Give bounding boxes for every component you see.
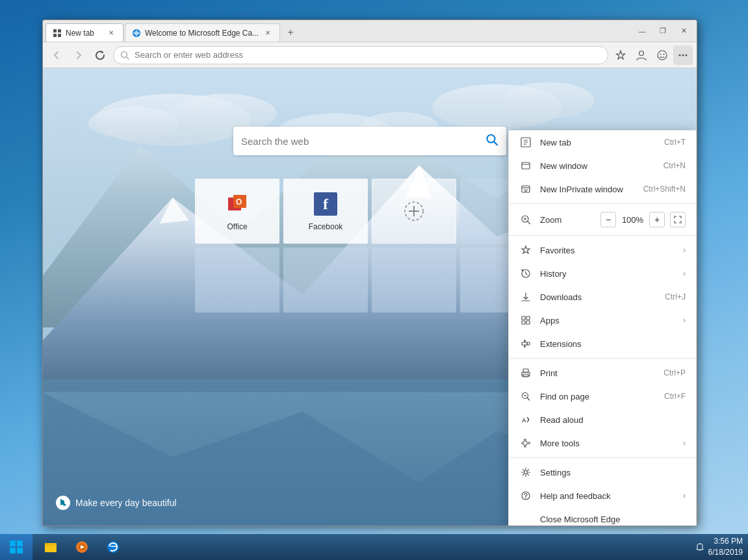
menu-shortcut-downloads: Ctrl+J (665, 292, 686, 301)
menu-item-find[interactable]: Find on page Ctrl+F (509, 385, 696, 408)
close-button[interactable]: ✕ (673, 22, 694, 40)
svg-point-10 (639, 51, 644, 55)
menu-item-inprivate[interactable]: New InPrivate window Ctrl+Shift+N (509, 177, 696, 201)
nav-bar (43, 42, 697, 68)
taskbar-item-explorer[interactable] (36, 535, 65, 559)
browser-window: New tab ✕ Welcome to Microsoft Edge Ca..… (42, 19, 697, 526)
svg-line-9 (127, 57, 129, 59)
back-button[interactable] (47, 45, 66, 65)
menu-shortcut-new-window: Ctrl+N (664, 161, 686, 170)
help-arrow: › (683, 491, 686, 500)
svg-point-14 (679, 54, 681, 56)
tile-empty-5[interactable] (195, 248, 279, 312)
menu-shortcut-new-tab: Ctrl+T (664, 138, 686, 147)
svg-line-64 (528, 398, 530, 401)
tile-empty-7[interactable] (372, 248, 456, 312)
menu-item-read-aloud[interactable]: A Read aloud (509, 408, 696, 431)
menu-label-help: Help and feedback (540, 491, 683, 501)
taskbar-system-icons (695, 542, 704, 552)
bing-logo-icon (56, 496, 70, 510)
svg-rect-0 (53, 29, 57, 32)
zoom-increase-button[interactable]: + (649, 212, 665, 227)
address-input[interactable] (135, 50, 601, 60)
windows-logo-icon (9, 540, 23, 554)
menu-item-new-tab[interactable]: New tab Ctrl+T (509, 131, 696, 154)
refresh-button[interactable] (91, 45, 110, 65)
desktop: New tab ✕ Welcome to Microsoft Edge Ca..… (0, 0, 748, 560)
forward-button[interactable] (69, 45, 88, 65)
svg-rect-56 (526, 316, 530, 320)
start-button[interactable] (0, 534, 32, 560)
tab-close-welcome[interactable]: ✕ (263, 28, 273, 38)
menu-item-apps[interactable]: Apps › (509, 309, 696, 332)
zoom-control: Zoom − 100% + (509, 207, 696, 233)
page-search-bar[interactable] (233, 127, 506, 155)
menu-item-settings[interactable]: Settings (509, 461, 696, 484)
svg-line-49 (528, 222, 530, 224)
svg-text:A: A (522, 417, 526, 424)
taskbar-item-edge[interactable] (99, 535, 127, 559)
more-button[interactable] (673, 45, 693, 65)
svg-rect-73 (17, 548, 23, 554)
menu-label-favorites: Favorites (540, 246, 683, 255)
apps-arrow: › (683, 316, 686, 325)
tab-new-tab[interactable]: New tab ✕ (45, 23, 123, 42)
taskbar-date-display: 6/18/2019 (708, 547, 743, 558)
tab-label-new: New tab (66, 29, 94, 38)
favorites-icon-button[interactable] (611, 45, 630, 65)
menu-label-settings: Settings (540, 468, 686, 477)
menu-label-apps: Apps (540, 316, 683, 325)
more-icon (677, 49, 689, 61)
minimize-button[interactable]: — (632, 22, 652, 40)
taskbar-time-display: 3:56 PM (708, 536, 743, 547)
edge-taskbar-icon (106, 540, 120, 554)
svg-point-69 (525, 498, 526, 499)
nav-right-buttons (611, 45, 693, 65)
menu-label-inprivate: New InPrivate window (540, 185, 630, 194)
menu-item-print[interactable]: Print Ctrl+P (509, 361, 696, 385)
menu-item-favorites[interactable]: Favorites › (509, 238, 696, 262)
star-icon (615, 49, 626, 61)
menu-label-extensions: Extensions (540, 339, 686, 349)
svg-rect-55 (522, 316, 525, 320)
page-search-input[interactable] (241, 136, 480, 147)
tile-facebook[interactable]: f Facebook (283, 179, 368, 244)
account-button[interactable] (632, 45, 651, 65)
add-icon (401, 198, 427, 224)
zoom-fullscreen-button[interactable] (670, 212, 686, 227)
svg-rect-3 (58, 34, 61, 37)
new-window-icon (519, 159, 532, 172)
feedback-button[interactable] (652, 45, 672, 65)
menu-item-close-edge[interactable]: Close Microsoft Edge (509, 507, 696, 526)
svg-rect-1 (58, 29, 61, 32)
menu-item-help[interactable]: Help and feedback › (509, 484, 696, 507)
facebook-icon: f (313, 191, 339, 217)
page-search-icon[interactable] (485, 133, 498, 149)
file-explorer-icon (44, 540, 58, 554)
tab-welcome[interactable]: Welcome to Microsoft Edge Ca... ✕ (125, 23, 280, 42)
zoom-label-text: Zoom (540, 215, 600, 225)
new-tab-button[interactable]: + (281, 23, 300, 42)
menu-item-history[interactable]: History › (509, 262, 696, 285)
taskbar-item-media[interactable] (68, 535, 96, 559)
menu-item-extensions[interactable]: Extensions (509, 332, 696, 355)
maximize-button[interactable]: ❐ (652, 22, 673, 40)
extensions-icon (519, 337, 532, 350)
menu-shortcut-print: Ctrl+P (664, 368, 686, 377)
menu-item-new-window[interactable]: New window Ctrl+N (509, 154, 696, 177)
menu-label-history: History (540, 269, 683, 279)
menu-shortcut-inprivate: Ctrl+Shift+N (643, 185, 686, 194)
zoom-decrease-button[interactable]: − (600, 212, 616, 227)
tile-empty-6[interactable] (283, 248, 368, 312)
svg-text:O: O (236, 197, 242, 207)
menu-item-downloads[interactable]: Downloads Ctrl+J (509, 285, 696, 309)
tab-close-new[interactable]: ✕ (106, 28, 116, 38)
tile-office[interactable]: O Office (195, 179, 279, 244)
search-icon (120, 51, 129, 60)
address-bar[interactable] (113, 46, 608, 64)
tile-add[interactable] (372, 179, 456, 244)
page-content: O Office f Facebook (43, 68, 697, 526)
menu-item-more-tools[interactable]: More tools › (509, 431, 696, 455)
office-tile-label: Office (227, 222, 247, 231)
title-bar: New tab ✕ Welcome to Microsoft Edge Ca..… (43, 20, 697, 42)
